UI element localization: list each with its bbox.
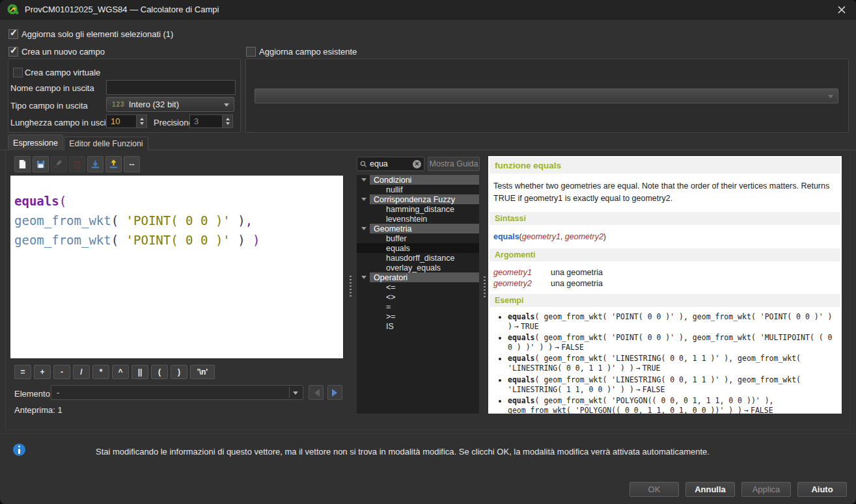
operator-plus-button[interactable]: +: [34, 365, 51, 379]
example-item: equals( geom_from_wkt( 'LINESTRING( 0 0,…: [508, 375, 836, 395]
search-icon: [360, 161, 367, 168]
next-feature-button[interactable]: [327, 385, 342, 400]
syntax-arg2: geometry2: [565, 232, 603, 241]
output-name-input[interactable]: [106, 80, 236, 95]
operator-divide-button[interactable]: /: [73, 365, 90, 379]
function-search-input[interactable]: equa ✕: [357, 157, 424, 171]
import-down-arrow-icon: [90, 159, 100, 169]
tree-item-neq[interactable]: <>: [357, 292, 479, 302]
example-item: equals( geom_from_wkt( 'POINT( 0 0 )' ),…: [508, 333, 836, 352]
clear-search-icon[interactable]: ✕: [413, 160, 421, 168]
title-bar: ProvCM01012025_WGS84 — Calcolatore di Ca…: [0, 0, 856, 20]
save-icon: [36, 159, 46, 169]
import-expression-button[interactable]: [87, 156, 104, 172]
precision-label: Precisione: [154, 118, 193, 127]
argument-row: geometry2una geometria: [493, 279, 836, 288]
arrow-right-icon: [332, 389, 341, 397]
preview-value: 1: [58, 405, 62, 415]
dash-button[interactable]: --: [124, 156, 140, 172]
code-punct: (: [111, 233, 126, 247]
code-punct: (: [59, 194, 66, 208]
output-length-value: 10: [107, 115, 136, 127]
tree-item-buffer[interactable]: buffer: [357, 233, 479, 243]
expression-editor[interactable]: equals( geom_from_wkt( 'POINT( 0 0 )' ),…: [10, 176, 343, 358]
spinner-down-icon: [140, 122, 144, 127]
code-punct: ): [245, 233, 260, 247]
close-icon[interactable]: [836, 5, 847, 15]
tree-item-equals[interactable]: equals: [357, 243, 479, 253]
tree-item-hamming-distance[interactable]: hamming_distance: [357, 204, 479, 214]
new-expression-button[interactable]: [14, 156, 31, 172]
existing-field-combo: [255, 88, 838, 103]
ok-button: OK: [629, 482, 679, 497]
tree-item-nullif[interactable]: nullif: [357, 185, 479, 194]
splitter-handle-left[interactable]: [350, 276, 352, 298]
chevron-down-icon: [224, 103, 229, 109]
apply-button: Applica: [741, 482, 791, 497]
export-expression-button[interactable]: [105, 156, 122, 172]
operator-concat-button[interactable]: ||: [131, 365, 148, 379]
precision-spinner-buttons: [222, 115, 232, 127]
tree-item-overlay-equals[interactable]: overlay_equals: [357, 263, 479, 272]
tree-item-levenshtein[interactable]: levenshtein: [357, 214, 479, 224]
length-spinner-buttons[interactable]: [136, 115, 146, 127]
cancel-button[interactable]: Annulla: [685, 482, 735, 497]
code-function: equals: [14, 194, 59, 208]
spinner-up-icon: [226, 116, 230, 120]
code-string: 'POINT( 0 0 )': [126, 213, 230, 228]
virtual-field-label: Crea campo virtuale: [25, 68, 100, 77]
tree-item-lte[interactable]: <=: [357, 282, 479, 292]
output-type-value: Intero (32 bit): [129, 99, 179, 109]
tree-group-geometria[interactable]: Geometria: [357, 224, 479, 233]
tree-item-gte[interactable]: >=: [357, 312, 479, 321]
argument-row: geometry1una geometria: [493, 268, 836, 277]
precision-value: 3: [190, 115, 222, 127]
tree-item-is[interactable]: IS: [357, 321, 479, 331]
qgis-logo-icon: [7, 3, 20, 16]
arrow-left-icon: [311, 389, 320, 397]
create-new-field-checkbox[interactable]: [8, 47, 18, 57]
operator-equals-button[interactable]: =: [14, 365, 31, 379]
virtual-field-checkbox[interactable]: [13, 68, 23, 77]
only-selected-checkbox[interactable]: [8, 29, 18, 39]
new-file-icon: [18, 159, 27, 169]
tab-editor-funzioni[interactable]: Editor delle Funzioni: [64, 137, 148, 150]
help-button[interactable]: Aiuto: [797, 482, 847, 497]
tree-group-operatori[interactable]: Operatori: [357, 272, 479, 282]
operator-open-paren-button[interactable]: (: [151, 365, 168, 379]
tree-item-eq[interactable]: =: [357, 302, 479, 312]
output-type-label: Tipo campo in uscita: [10, 101, 88, 111]
example-item: equals( geom_from_wkt( 'POLYGON(( 0 0, 0…: [508, 396, 836, 414]
save-expression-button[interactable]: [33, 156, 49, 172]
tab-espressione[interactable]: Espressione: [8, 135, 63, 150]
only-selected-label: Aggiorna solo gli elementi selezionati (…: [21, 29, 173, 39]
tree-group-condizioni[interactable]: Condizioni: [357, 175, 479, 185]
code-punct: (: [111, 213, 126, 228]
help-title: funzione equals: [490, 157, 840, 174]
operator-close-paren-button[interactable]: ): [171, 365, 187, 379]
code-punct: ): [230, 233, 245, 247]
help-arguments-heading: Argomenti: [490, 248, 840, 261]
operator-minus-button[interactable]: -: [53, 365, 70, 379]
previous-feature-button: [309, 385, 324, 400]
feature-combo[interactable]: -: [51, 385, 303, 400]
edit-expression-button: [51, 156, 67, 172]
delete-expression-button: [69, 156, 85, 172]
output-type-combo[interactable]: 123 Intero (32 bit): [106, 97, 234, 112]
operator-newline-button[interactable]: '\n': [190, 365, 215, 379]
tree-group-corrispondenza-fuzzy[interactable]: Corrispondenza Fuzzy: [357, 194, 479, 204]
footer-divider: [0, 433, 856, 434]
splitter-handle-right[interactable]: [484, 276, 486, 298]
chevron-down-icon: [361, 227, 366, 233]
export-up-arrow-icon: [109, 159, 118, 169]
help-syntax-line: equals(geometry1, geometry2): [488, 225, 842, 243]
operator-button-row: = + - / * ^ || ( ) '\n': [14, 365, 215, 379]
output-length-spinbox[interactable]: 10: [106, 114, 147, 128]
field-calculator-dialog: ProvCM01012025_WGS84 — Calcolatore di Ca…: [0, 0, 856, 504]
update-existing-field-checkbox[interactable]: [246, 47, 256, 57]
feature-combo-value: -: [57, 388, 59, 397]
operator-multiply-button[interactable]: *: [92, 365, 109, 379]
tree-item-hausdorff-distance[interactable]: hausdorff_distance: [357, 253, 479, 263]
operator-power-button[interactable]: ^: [112, 365, 129, 379]
preview-caption: Anteprima:: [14, 405, 55, 415]
